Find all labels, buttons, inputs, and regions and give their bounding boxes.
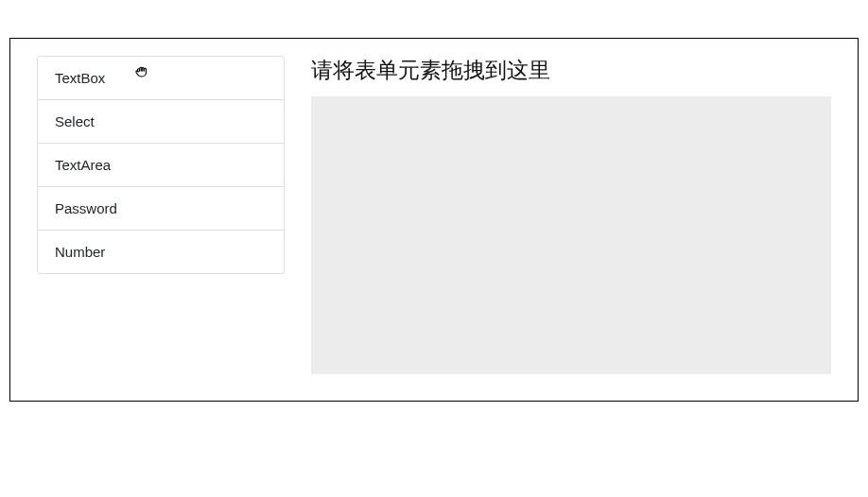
element-item-select[interactable]: Select xyxy=(38,100,284,144)
element-item-textarea[interactable]: TextArea xyxy=(38,144,284,187)
drop-zone-title: 请将表单元素拖拽到这里 xyxy=(311,56,831,85)
form-builder-container: TextBox Select TextArea Password Number … xyxy=(9,38,859,402)
element-list: TextBox Select TextArea Password Number xyxy=(37,56,285,274)
drop-zone[interactable] xyxy=(311,96,831,374)
element-item-label: Select xyxy=(55,113,95,129)
element-item-textbox[interactable]: TextBox xyxy=(38,57,284,100)
elements-sidebar: TextBox Select TextArea Password Number xyxy=(37,56,285,374)
element-item-password[interactable]: Password xyxy=(38,187,284,231)
element-item-label: Number xyxy=(55,244,105,260)
element-item-number[interactable]: Number xyxy=(38,231,284,273)
main-drop-area: 请将表单元素拖拽到这里 xyxy=(311,56,831,374)
element-item-label: Password xyxy=(55,200,117,216)
element-item-label: TextBox xyxy=(55,70,105,86)
element-item-label: TextArea xyxy=(55,157,111,173)
